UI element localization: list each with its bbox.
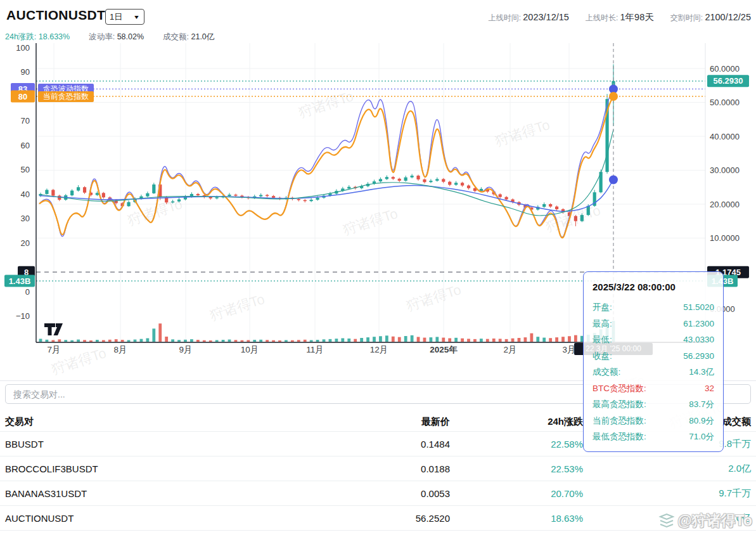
svg-text:40: 40 [21, 190, 30, 199]
page-title: AUCTIONUSDT [6, 8, 105, 23]
tooltip-row: 当前贪恐指数:80.9分 [593, 413, 714, 429]
tooltip-row: 最低:43.0330 [593, 332, 714, 348]
market-substats: 24h涨跌: 18.633%波动率: 58.02%成交额: 21.0亿 [5, 32, 214, 42]
volume-bars [39, 321, 615, 342]
tooltip-row: 最高贪恐指数:83.7分 [593, 396, 714, 413]
tooltip-row: 最高:61.2300 [593, 316, 714, 332]
legend-current-fear[interactable]: 当前贪恐指数 [38, 91, 94, 102]
svg-text:90: 90 [21, 67, 30, 77]
svg-text:1.43B: 1.43B [9, 276, 31, 286]
table-row[interactable]: BANANAUSDT 26.3430 17.35% 2.4亿 [0, 530, 756, 537]
tooltip-date: 2025/3/22 08:00:00 [593, 281, 714, 292]
table-row[interactable]: AUCTIONUSDT 56.2520 18.63% 21.0亿 [0, 505, 756, 530]
svg-text:2025年: 2025年 [430, 345, 458, 354]
svg-text:7月: 7月 [47, 345, 60, 354]
svg-text:50.0000: 50.0000 [710, 98, 740, 107]
credit-watermark: @狩诸得To [658, 511, 752, 531]
svg-text:2月: 2月 [503, 345, 516, 354]
gem-icon [658, 514, 675, 529]
svg-text:30.0000: 30.0000 [710, 165, 740, 175]
green-ma [39, 129, 613, 216]
credit-text: @狩诸得To [677, 511, 752, 531]
col-pair[interactable]: 交易对 [0, 416, 266, 428]
svg-text:20: 20 [21, 238, 30, 248]
svg-text:40.0000: 40.0000 [710, 132, 740, 141]
svg-text:60: 60 [21, 141, 30, 150]
svg-text:0: 0 [25, 287, 30, 297]
time-axis-labels[interactable]: 7月8月9月10月11月12月2025年2月3月 [47, 345, 575, 354]
trading-app: 56.2930838081.17451.43B1.43B100907060504… [0, 0, 756, 537]
fear-volatility-index [39, 89, 613, 237]
interval-select[interactable]: 1日 ▼ [105, 9, 144, 25]
candles [39, 64, 615, 226]
svg-text:10.0000: 10.0000 [710, 233, 740, 243]
tooltip-row: 收盘:56.2930 [593, 348, 714, 365]
substat-0: 24h涨跌: 18.633% [5, 32, 70, 42]
tooltip-row: BTC贪恐指数:32 [593, 380, 714, 397]
chevron-down-icon: ▼ [133, 14, 140, 20]
listing-stats: 上线时间: 2023/12/15上线时长: 1年98天交割时间: 2100/12… [489, 11, 751, 23]
svg-text:50: 50 [21, 165, 30, 174]
svg-text:−10: −10 [16, 311, 30, 321]
table-row[interactable]: BROCCOLIF3BUSDT 0.0188 22.53% 2.0亿 [0, 456, 756, 481]
tooltip-row: 开盘:51.5020 [593, 299, 714, 316]
svg-text:70: 70 [21, 116, 30, 126]
series-end-dot [609, 175, 618, 184]
ohlc-tooltip: 2025/3/22 08:00:00 开盘:51.5020最高:61.2300最… [583, 271, 724, 452]
substat-1: 波动率: 58.02% [89, 32, 144, 42]
svg-text:8月: 8月 [113, 345, 127, 354]
col-change[interactable]: 24h涨跌 [450, 416, 583, 428]
col-price[interactable]: 最新价 [266, 416, 450, 428]
header: AUCTIONUSDT 1日 ▼ 上线时间: 2023/12/15上线时长: 1… [0, 0, 756, 29]
interval-value: 1日 [110, 11, 122, 23]
listing-stat-0: 上线时间: 2023/12/15 [489, 11, 569, 23]
svg-text:80: 80 [18, 92, 27, 101]
table-row[interactable]: BANANAS31USDT 0.0053 20.70% 9.7千万 [0, 481, 756, 505]
listing-stat-2: 交割时间: 2100/12/25 [670, 11, 751, 23]
tooltip-row: 成交额:14.3亿 [593, 364, 714, 380]
svg-text:20.0000: 20.0000 [710, 200, 740, 209]
current-fear-index [39, 96, 613, 238]
listing-stat-1: 上线时长: 1年98天 [586, 11, 654, 23]
svg-text:12月: 12月 [370, 345, 388, 354]
substat-2: 成交额: 21.0亿 [163, 32, 214, 42]
svg-text:9月: 9月 [179, 345, 192, 354]
svg-text:56.2930: 56.2930 [714, 76, 743, 86]
svg-text:60.0000: 60.0000 [710, 64, 740, 74]
svg-text:11月: 11月 [306, 345, 324, 354]
svg-text:10月: 10月 [241, 345, 259, 354]
series-end-dot [609, 92, 618, 101]
svg-text:30: 30 [21, 214, 30, 223]
tooltip-row: 最低贪恐指数:71.0分 [593, 429, 714, 445]
svg-text:100: 100 [16, 43, 30, 53]
